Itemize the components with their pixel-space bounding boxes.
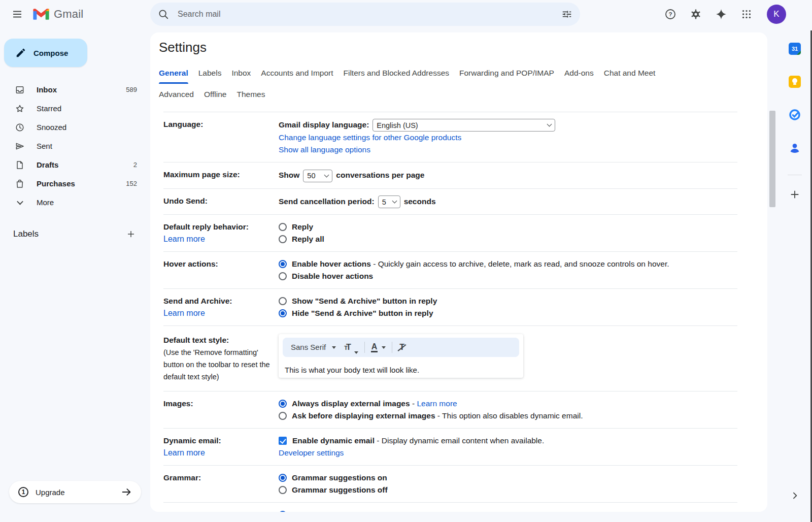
gemini-sparkle-icon xyxy=(715,8,727,20)
inbox-icon xyxy=(14,85,25,95)
cancellation-period-select[interactable]: 5 xyxy=(378,195,400,208)
send-icon xyxy=(14,141,25,151)
compose-button[interactable]: Compose xyxy=(4,39,87,67)
scrollbar-track xyxy=(767,28,777,522)
compose-label: Compose xyxy=(33,49,68,57)
sidebar-item-drafts[interactable]: Drafts 2 xyxy=(0,155,150,174)
radio-always-display-images[interactable] xyxy=(279,400,287,408)
google-tasks-icon xyxy=(788,108,801,121)
text-style-toolbar: Sans Serif TT A T xyxy=(283,338,519,357)
chevron-down-icon xyxy=(392,199,397,204)
radio-disable-hover-actions[interactable] xyxy=(279,272,287,280)
tune-icon xyxy=(561,9,572,20)
calendar-panel-button[interactable]: 31 xyxy=(785,39,805,59)
create-label-button[interactable] xyxy=(124,227,138,241)
sidebar-item-snoozed[interactable]: Snoozed xyxy=(0,118,150,137)
sidebar-item-label: Drafts xyxy=(37,160,122,169)
remove-formatting-button[interactable]: T xyxy=(398,341,405,354)
keep-panel-button[interactable] xyxy=(785,72,805,92)
tab-advanced[interactable]: Advanced xyxy=(154,84,199,105)
radio-ask-before-displaying-images[interactable] xyxy=(279,412,287,420)
get-add-ons-button[interactable] xyxy=(785,184,805,205)
tab-general[interactable]: General xyxy=(154,62,193,84)
google-apps-button[interactable] xyxy=(736,4,757,24)
radio-grammar-on[interactable] xyxy=(279,474,287,482)
tab-chat-and-meet[interactable]: Chat and Meet xyxy=(599,62,661,84)
settings-button[interactable] xyxy=(686,4,706,24)
settings-row-spelling: Spelling: Spelling suggestions on xyxy=(163,503,737,512)
tab-labels[interactable]: Labels xyxy=(193,62,227,84)
text-color-dropdown[interactable]: A xyxy=(371,343,386,352)
tab-add-ons[interactable]: Add-ons xyxy=(559,62,599,84)
radio-enable-hover-actions[interactable] xyxy=(279,260,287,268)
gemini-button[interactable] xyxy=(711,4,731,24)
learn-more-link[interactable]: Learn more xyxy=(163,307,205,319)
settings-tabs-row2: Advanced Offline Themes xyxy=(150,84,767,112)
sidebar-item-inbox[interactable]: Inbox 589 xyxy=(0,80,150,99)
tab-forwarding-and-pop-imap[interactable]: Forwarding and POP/IMAP xyxy=(454,62,559,84)
radio-reply[interactable] xyxy=(279,223,287,231)
settings-row-default-text-style: Default text style: (Use the 'Remove for… xyxy=(163,326,737,392)
radio-spelling-on[interactable] xyxy=(279,511,287,512)
checkbox-enable-dynamic-email[interactable] xyxy=(279,437,287,445)
chevron-right-icon xyxy=(790,491,800,501)
radio-hide-send-archive[interactable] xyxy=(279,309,287,317)
tab-offline[interactable]: Offline xyxy=(199,84,232,105)
search-input[interactable]: Search mail xyxy=(174,10,557,19)
sidebar-item-label: Inbox xyxy=(37,85,115,94)
topbar-right: ? xyxy=(580,4,812,24)
tab-themes[interactable]: Themes xyxy=(231,84,270,105)
hamburger-menu-button[interactable] xyxy=(7,4,27,24)
left-sidebar: Compose Inbox 589 Starred xyxy=(0,28,150,522)
radio-reply-all[interactable] xyxy=(279,235,287,243)
search-button[interactable] xyxy=(153,4,174,24)
search-options-button[interactable] xyxy=(557,4,577,24)
purchases-count: 152 xyxy=(126,180,137,187)
settings-row-hover-actions: Hover actions: Enable hover actions - Qu… xyxy=(163,252,737,289)
radio-show-send-archive[interactable] xyxy=(279,297,287,305)
tab-accounts-and-import[interactable]: Accounts and Import xyxy=(256,62,338,84)
search-bar[interactable]: Search mail xyxy=(150,3,580,26)
toolbar-divider xyxy=(364,342,365,353)
sidebar-item-label: Starred xyxy=(37,104,126,113)
sidebar-item-label: More xyxy=(37,198,126,207)
labels-section-header: Labels xyxy=(0,224,150,244)
gmail-m-icon xyxy=(32,8,50,21)
apps-grid-icon xyxy=(741,9,752,20)
tab-inbox[interactable]: Inbox xyxy=(226,62,256,84)
sidebar-nav: Inbox 589 Starred Snoozed xyxy=(0,80,150,212)
tasks-panel-button[interactable] xyxy=(785,105,805,125)
tab-filters-and-blocked-addresses[interactable]: Filters and Blocked Addresses xyxy=(339,62,455,84)
sidebar-item-more[interactable]: More xyxy=(0,193,150,212)
sidebar-item-starred[interactable]: Starred xyxy=(0,99,150,118)
sidebar-item-purchases[interactable]: Purchases 152 xyxy=(0,174,150,193)
page-size-select[interactable]: 50 xyxy=(303,170,332,182)
contacts-panel-button[interactable] xyxy=(785,138,805,158)
scrollbar-thumb[interactable] xyxy=(769,111,775,207)
main-area: Compose Inbox 589 Starred xyxy=(0,28,812,522)
hide-side-panel-button[interactable] xyxy=(785,485,805,506)
sidebar-item-label: Purchases xyxy=(37,179,115,188)
sidebar-item-sent[interactable]: Sent xyxy=(0,137,150,155)
gmail-logo[interactable]: Gmail xyxy=(30,8,83,21)
font-size-dropdown[interactable]: TT xyxy=(344,341,358,354)
upgrade-button[interactable]: 1 Upgrade xyxy=(9,481,141,503)
inbox-count: 589 xyxy=(126,86,137,93)
sidebar-item-label: Snoozed xyxy=(37,123,126,132)
settings-row-dynamic-email: Dynamic email: Learn more Enable dynamic… xyxy=(163,429,737,466)
font-family-dropdown[interactable]: Sans Serif xyxy=(291,341,336,354)
show-all-language-options-link[interactable]: Show all language options xyxy=(279,144,737,156)
upgrade-label: Upgrade xyxy=(36,488,121,497)
workspace-individual-icon: 1 xyxy=(18,487,28,497)
radio-grammar-off[interactable] xyxy=(279,486,287,494)
developer-settings-link[interactable]: Developer settings xyxy=(279,447,737,459)
google-calendar-icon: 31 xyxy=(789,43,801,55)
learn-more-link[interactable]: Learn more xyxy=(163,233,205,245)
learn-more-link[interactable]: Learn more xyxy=(417,398,457,410)
display-language-select[interactable]: English (US) xyxy=(373,119,555,132)
change-language-link[interactable]: Change language settings for other Googl… xyxy=(279,132,737,144)
learn-more-link[interactable]: Learn more xyxy=(163,447,205,459)
gear-icon xyxy=(690,8,702,20)
account-avatar[interactable]: K xyxy=(767,5,786,24)
help-button[interactable]: ? xyxy=(660,4,681,24)
